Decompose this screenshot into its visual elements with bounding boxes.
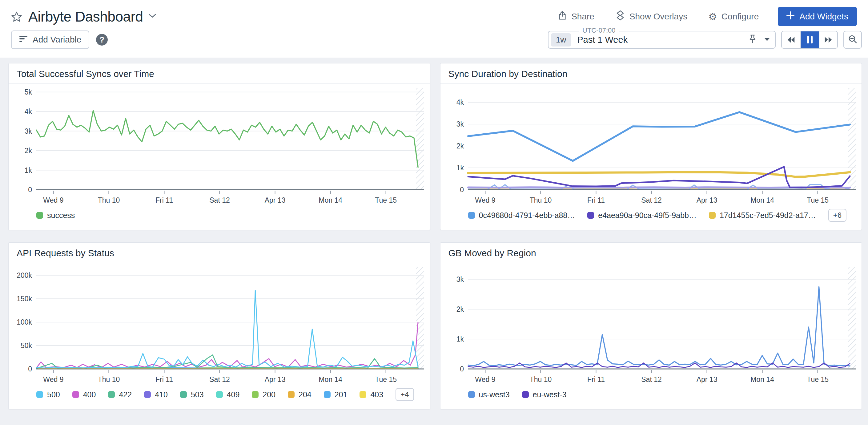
svg-text:200k: 200k	[17, 271, 32, 279]
svg-text:Wed 9: Wed 9	[475, 196, 495, 204]
help-icon[interactable]: ?	[96, 34, 108, 45]
widget-title: Sync Duration by Destination	[440, 63, 862, 84]
svg-text:0: 0	[460, 186, 464, 194]
widget-gb-moved-by-region: GB Moved by Region 01k2k3kWed 9Thu 10Fri…	[440, 242, 862, 409]
time-range-picker[interactable]: UTC-07:00 1w Past 1 Week	[548, 31, 776, 49]
dashboard-title-menu[interactable]: Airbyte Dashboard	[11, 8, 156, 25]
legend-color-chip	[144, 391, 151, 398]
svg-text:0: 0	[460, 365, 464, 373]
chart-svg: 01k2k3kWed 9Thu 10Fri 11Sat 12Apr 13Mon …	[440, 263, 862, 386]
widget-sync-duration-by-destination: Sync Duration by Destination 01k2k3k4kWe…	[440, 63, 862, 230]
pin-icon[interactable]	[749, 34, 756, 45]
svg-text:3k: 3k	[25, 127, 32, 135]
svg-text:4k: 4k	[456, 98, 464, 106]
y-axis: 050k100k150k200k	[17, 271, 424, 373]
legend-item[interactable]: eu-west-3	[522, 390, 567, 399]
svg-text:Mon 14: Mon 14	[750, 196, 774, 204]
share-icon	[558, 10, 567, 23]
legend-label: 403	[370, 390, 383, 399]
pause-button[interactable]	[800, 31, 819, 48]
svg-text:3k: 3k	[456, 120, 464, 128]
svg-text:Tue 15: Tue 15	[375, 196, 397, 204]
widget-grid: Total Successful Syncs over Time 01k2k3k…	[0, 58, 868, 409]
header-section: Airbyte Dashboard Share Show Overlays	[0, 0, 868, 58]
svg-text:Mon 14: Mon 14	[750, 375, 774, 384]
legend-color-chip	[468, 212, 475, 219]
playback-controls	[781, 31, 838, 49]
svg-text:2k: 2k	[456, 305, 464, 313]
x-axis: Wed 9Thu 10Fri 11Sat 12Apr 13Mon 14Tue 1…	[475, 191, 829, 204]
svg-text:Apr 13: Apr 13	[265, 375, 286, 384]
svg-text:4k: 4k	[25, 108, 32, 116]
caret-down-icon[interactable]	[765, 37, 770, 42]
legend-label: 500	[47, 390, 60, 399]
time-controls: UTC-07:00 1w Past 1 Week	[548, 31, 862, 49]
zoom-out-button[interactable]	[843, 31, 862, 49]
svg-text:Apr 13: Apr 13	[696, 196, 717, 204]
svg-text:5k: 5k	[25, 88, 32, 96]
header-actions: Share Show Overlays ⚙ Configure Add Widg…	[556, 7, 857, 26]
svg-text:Thu 10: Thu 10	[98, 375, 120, 384]
legend-item[interactable]: us-west3	[468, 390, 510, 399]
legend-item[interactable]: 409	[216, 390, 240, 399]
svg-text:2k: 2k	[456, 142, 464, 150]
range-shortcut-chip[interactable]: 1w	[551, 33, 571, 47]
chart-canvas-gb-moved[interactable]: 01k2k3kWed 9Thu 10Fri 11Sat 12Apr 13Mon …	[440, 263, 862, 386]
legend-item[interactable]: e4aea90a-90ca-49f5-9abb…	[587, 211, 696, 220]
svg-text:50k: 50k	[21, 341, 32, 350]
svg-text:Tue 15: Tue 15	[807, 196, 829, 204]
legend-item[interactable]: 204	[288, 390, 311, 399]
legend-item[interactable]: 200	[252, 390, 276, 399]
legend-item[interactable]: 403	[360, 390, 383, 399]
timezone-label: UTC-07:00	[579, 27, 619, 34]
legend-item[interactable]: 17d1455c-7ed5-49d2-a17…	[709, 211, 816, 220]
legend-overflow-badge[interactable]: +6	[828, 209, 846, 222]
share-button[interactable]: Share	[556, 10, 596, 23]
widget-api-requests-by-status: API Requests by Status 050k100k150k200kW…	[8, 242, 430, 409]
legend-item[interactable]: 410	[144, 390, 168, 399]
chart-canvas-api-requests[interactable]: 050k100k150k200kWed 9Thu 10Fri 11Sat 12A…	[9, 263, 430, 386]
add-widgets-button[interactable]: Add Widgets	[778, 7, 857, 26]
legend-item[interactable]: 400	[72, 390, 96, 399]
legend-item[interactable]: 503	[180, 390, 204, 399]
legend-color-chip	[360, 391, 366, 398]
legend-item[interactable]: 201	[324, 390, 347, 399]
svg-text:Mon 14: Mon 14	[318, 375, 342, 384]
series-500	[36, 291, 418, 368]
star-icon[interactable]	[11, 11, 22, 22]
legend-item[interactable]: 500	[36, 390, 60, 399]
rewind-button[interactable]	[782, 31, 800, 48]
svg-text:Sat 12: Sat 12	[209, 196, 230, 204]
fast-forward-button[interactable]	[819, 31, 837, 48]
legend-item[interactable]: success	[36, 211, 75, 220]
legend-label: 503	[191, 390, 204, 399]
svg-text:Apr 13: Apr 13	[265, 196, 286, 204]
legend-item[interactable]: 0c49680d-4791-4ebb-a88…	[468, 211, 575, 220]
legend-overflow-badge[interactable]: +4	[396, 388, 414, 401]
legend-color-chip	[216, 391, 223, 398]
svg-text:Wed 9: Wed 9	[43, 196, 63, 204]
series-us-west3	[468, 287, 850, 366]
x-axis: Wed 9Thu 10Fri 11Sat 12Apr 13Mon 14Tue 1…	[43, 191, 397, 204]
svg-text:Wed 9: Wed 9	[43, 375, 63, 384]
configure-button[interactable]: ⚙ Configure	[706, 11, 761, 22]
legend-label: e4aea90a-90ca-49f5-9abb…	[598, 211, 696, 220]
svg-text:1k: 1k	[25, 166, 32, 174]
legend-label: success	[47, 211, 75, 220]
gear-icon: ⚙	[708, 12, 717, 22]
legend-label: 410	[155, 390, 168, 399]
legend-label: 201	[335, 390, 347, 399]
y-axis: 01k2k3k4k	[456, 98, 856, 194]
y-axis: 01k2k3k4k5k	[25, 88, 424, 194]
legend-color-chip	[252, 391, 258, 398]
chevron-down-icon[interactable]	[149, 14, 156, 20]
legend-item[interactable]: 422	[108, 390, 132, 399]
svg-text:1k: 1k	[456, 164, 464, 172]
show-overlays-button[interactable]: Show Overlays	[614, 10, 689, 23]
add-variable-button[interactable]: Add Variable	[11, 30, 89, 49]
chart-canvas-sync-duration[interactable]: 01k2k3k4kWed 9Thu 10Fri 11Sat 12Apr 13Mo…	[440, 84, 862, 206]
svg-text:Fri 11: Fri 11	[587, 375, 604, 384]
legend-label: 422	[119, 390, 132, 399]
chart-legend: us-west3eu-west-3	[440, 386, 862, 409]
chart-canvas-total-successful-syncs[interactable]: 01k2k3k4k5kWed 9Thu 10Fri 11Sat 12Apr 13…	[9, 84, 430, 206]
